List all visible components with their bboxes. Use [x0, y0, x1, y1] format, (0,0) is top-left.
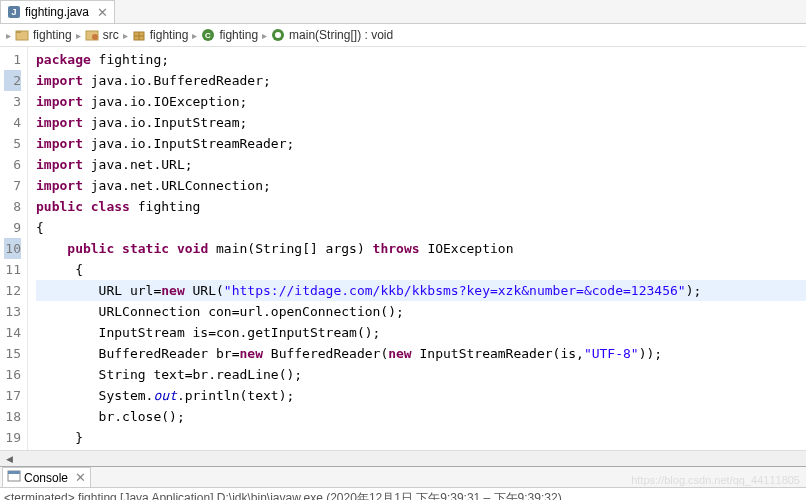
- code-line[interactable]: br.close();: [36, 406, 806, 427]
- line-number: 9: [4, 217, 21, 238]
- line-number: 3: [4, 91, 21, 112]
- svg-text:J: J: [11, 7, 16, 17]
- line-number: 14: [4, 322, 21, 343]
- code-line[interactable]: System.out.println(text);: [36, 385, 806, 406]
- line-number: 12: [4, 280, 21, 301]
- breadcrumb-src[interactable]: src: [103, 28, 119, 42]
- line-number: 10: [4, 238, 21, 259]
- code-area[interactable]: package fighting;import java.io.Buffered…: [28, 47, 806, 450]
- line-number: 16: [4, 364, 21, 385]
- code-line[interactable]: {: [36, 259, 806, 280]
- method-icon: [271, 28, 285, 42]
- line-number: 4: [4, 112, 21, 133]
- console-icon: [7, 469, 21, 486]
- code-line[interactable]: }: [36, 427, 806, 448]
- code-line[interactable]: import java.io.BufferedReader;: [36, 70, 806, 91]
- console-body: <terminated> fighting [Java Application]…: [0, 488, 806, 500]
- line-number: 19: [4, 427, 21, 448]
- console-status: <terminated> fighting [Java Application]…: [4, 490, 802, 500]
- java-file-icon: J: [7, 5, 21, 19]
- code-line[interactable]: package fighting;: [36, 49, 806, 70]
- svg-point-5: [92, 34, 98, 40]
- horizontal-scrollbar[interactable]: ◀: [0, 450, 806, 466]
- code-editor[interactable]: 12345678910111213141516171819 package fi…: [0, 47, 806, 450]
- svg-rect-14: [8, 471, 20, 474]
- line-number: 5: [4, 133, 21, 154]
- chevron-right-icon: ▸: [6, 30, 11, 41]
- line-number: 6: [4, 154, 21, 175]
- line-number: 2: [4, 70, 21, 91]
- breadcrumb-class[interactable]: fighting: [219, 28, 258, 42]
- code-line[interactable]: {: [36, 217, 806, 238]
- breadcrumb-project[interactable]: fighting: [33, 28, 72, 42]
- code-line[interactable]: public class fighting: [36, 196, 806, 217]
- code-line[interactable]: import java.net.URLConnection;: [36, 175, 806, 196]
- watermark: https://blog.csdn.net/qq_44111805: [631, 474, 800, 486]
- chevron-right-icon: ▸: [262, 30, 267, 41]
- code-line[interactable]: import java.net.URL;: [36, 154, 806, 175]
- code-line[interactable]: public static void main(String[] args) t…: [36, 238, 806, 259]
- tab-filename: fighting.java: [25, 5, 89, 19]
- console-title: Console: [24, 471, 68, 485]
- code-line[interactable]: String text=br.readLine();: [36, 364, 806, 385]
- line-number: 11: [4, 259, 21, 280]
- console-tab[interactable]: Console ✕: [2, 467, 91, 487]
- code-line[interactable]: InputStream is=con.getInputStream();: [36, 322, 806, 343]
- breadcrumb-method[interactable]: main(String[]) : void: [289, 28, 393, 42]
- scroll-left-icon[interactable]: ◀: [2, 452, 16, 466]
- code-line[interactable]: URLConnection con=url.openConnection();: [36, 301, 806, 322]
- project-icon: [15, 28, 29, 42]
- svg-text:C: C: [206, 31, 212, 40]
- class-icon: C: [201, 28, 215, 42]
- breadcrumb-package[interactable]: fighting: [150, 28, 189, 42]
- svg-point-12: [275, 32, 281, 38]
- package-icon: [132, 28, 146, 42]
- source-folder-icon: [85, 28, 99, 42]
- line-number: 8: [4, 196, 21, 217]
- editor-tab-bar: J fighting.java ✕: [0, 0, 806, 24]
- code-line[interactable]: import java.io.InputStreamReader;: [36, 133, 806, 154]
- line-number: 15: [4, 343, 21, 364]
- code-line[interactable]: BufferedReader br=new BufferedReader(new…: [36, 343, 806, 364]
- chevron-right-icon: ▸: [123, 30, 128, 41]
- chevron-right-icon: ▸: [192, 30, 197, 41]
- code-line[interactable]: import java.io.IOException;: [36, 91, 806, 112]
- line-number: 7: [4, 175, 21, 196]
- line-number: 1: [4, 49, 21, 70]
- line-number: 13: [4, 301, 21, 322]
- chevron-right-icon: ▸: [76, 30, 81, 41]
- breadcrumb: ▸ fighting ▸ src ▸ fighting ▸ C fighting…: [0, 24, 806, 47]
- line-number: 17: [4, 385, 21, 406]
- editor-tab[interactable]: J fighting.java ✕: [0, 0, 115, 23]
- close-icon[interactable]: ✕: [97, 5, 108, 20]
- line-number: 18: [4, 406, 21, 427]
- code-line[interactable]: URL url=new URL("https://itdage.com/kkb/…: [36, 280, 806, 301]
- svg-rect-3: [16, 31, 21, 33]
- code-line[interactable]: import java.io.InputStream;: [36, 112, 806, 133]
- line-number-gutter: 12345678910111213141516171819: [0, 47, 28, 450]
- close-icon[interactable]: ✕: [75, 470, 86, 485]
